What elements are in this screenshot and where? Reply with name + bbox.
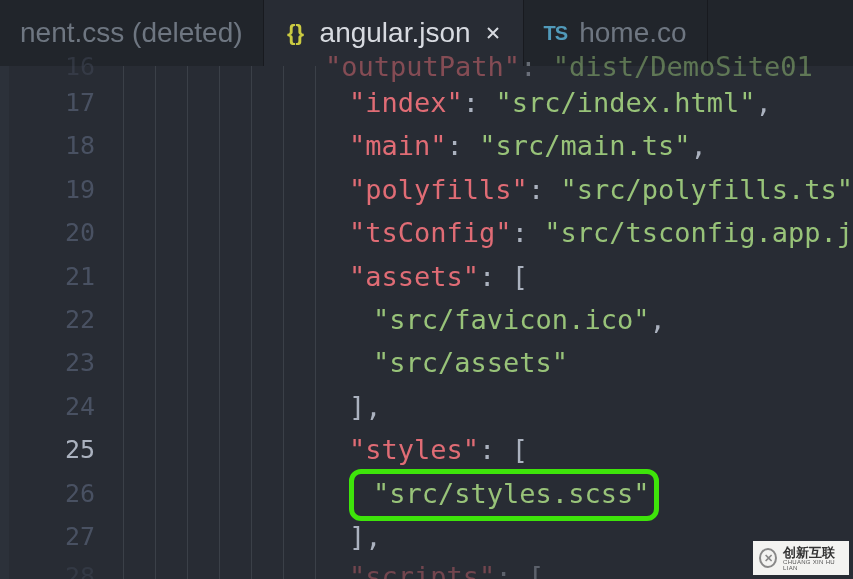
tab-label: nent.css (deleted) [20, 17, 243, 49]
watermark-logo-icon: ✕ [759, 548, 777, 568]
line-number: 20 [9, 211, 113, 254]
line-number: 26 [9, 472, 113, 515]
line-number: 28 [9, 558, 113, 578]
line-number: 27 [9, 515, 113, 558]
indent-guides [113, 66, 325, 579]
highlight-box [349, 469, 659, 521]
tab-label: home.co [579, 17, 686, 49]
typescript-icon: TS [544, 22, 568, 45]
code-content[interactable]: "outputPath": "dist/DemoSite01 "index": … [325, 66, 853, 579]
line-number: 17 [9, 81, 113, 124]
code-line: "assets": [ [325, 255, 853, 298]
json-icon: {} [284, 21, 308, 45]
line-number: 16 [9, 66, 113, 81]
code-line: "tsConfig": "src/tsconfig.app.j [325, 211, 853, 254]
watermark: ✕ 创新互联 CHUANG XIN HU LIAN [753, 541, 849, 575]
line-number: 25 [9, 428, 113, 471]
code-line: "index": "src/index.html", [325, 81, 853, 124]
close-icon[interactable] [483, 23, 503, 43]
tab-deleted-css[interactable]: nent.css (deleted) [0, 0, 264, 66]
code-line: "styles": [ [325, 428, 853, 471]
line-number: 21 [9, 255, 113, 298]
breakpoint-gutter[interactable] [0, 66, 9, 579]
code-line: "main": "src/main.ts", [325, 124, 853, 167]
code-line: ], [325, 385, 853, 428]
code-line: "src/favicon.ico", [325, 298, 853, 341]
line-number: 23 [9, 341, 113, 384]
code-line: "src/assets" [325, 341, 853, 384]
editor-area[interactable]: 16 17 18 19 20 21 22 23 24 25 26 27 28 "… [0, 66, 853, 579]
code-line: "outputPath": "dist/DemoSite01 [325, 66, 853, 81]
code-line: "polyfills": "src/polyfills.ts" [325, 168, 853, 211]
tab-label: angular.json [320, 17, 471, 49]
line-number: 22 [9, 298, 113, 341]
line-number: 19 [9, 168, 113, 211]
line-number: 18 [9, 124, 113, 167]
line-number: 24 [9, 385, 113, 428]
line-number-gutter: 16 17 18 19 20 21 22 23 24 25 26 27 28 [9, 66, 113, 579]
watermark-text: 创新互联 CHUANG XIN HU LIAN [783, 546, 843, 571]
